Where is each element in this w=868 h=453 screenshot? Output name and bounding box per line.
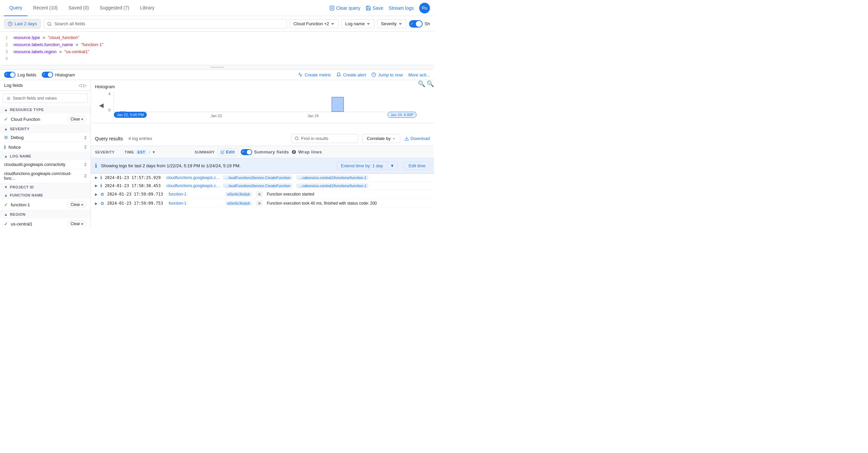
histogram-area: Jan 22, 5:00 PM Jan 23 Jan 24 Jan 24, 6:… [114, 92, 416, 112]
wrap-lines-button[interactable]: ⊖ Wrap lines [291, 149, 322, 155]
section-function-name[interactable]: ▲ FUNCTION NAME [0, 191, 91, 199]
clear-cloud-function-button[interactable]: Clear ✕ [67, 116, 87, 123]
zoom-in-icon[interactable]: 🔍 [418, 80, 425, 88]
info-banner: ℹ Showing logs for last 2 days from 1/22… [91, 158, 434, 174]
query-line-1: 1 resource.type = "cloud_function" [5, 34, 429, 41]
avatar[interactable]: Ru [419, 3, 430, 13]
info-severity-icon: ℹ [100, 175, 102, 180]
histogram-section: Histogram 🔍 🔍 ◀ 4 0 Jan 22, 5:00 PM [91, 80, 434, 123]
field-debug: ⚙ Debug 2 [0, 133, 91, 142]
section-log-name[interactable]: ▲ LOG NAME [0, 152, 91, 160]
info-icon: ℹ [4, 144, 6, 150]
gear-icon: ⚙ [4, 135, 8, 140]
correlate-by-button[interactable]: Correlate by [362, 134, 400, 143]
query-editor[interactable]: 1 resource.type = "cloud_function" 2 res… [0, 32, 434, 65]
top-navigation: Query Recent (10) Saved (0) Suggested (7… [0, 0, 434, 16]
zoom-out-icon[interactable]: 🔍 [427, 80, 434, 88]
save-button[interactable]: Save [366, 5, 383, 11]
time-range-button[interactable]: Last 2 days [4, 19, 41, 29]
histogram-chart: ◀ 4 0 Jan 22, 5:00 PM Jan 23 Jan 24 Jan … [95, 92, 430, 119]
filter-chips: Cloud Function +2 Log name Severity [289, 19, 406, 28]
section-project-id[interactable]: ▼ PROJECT ID [0, 183, 91, 191]
create-metric-button[interactable]: Create metric [298, 72, 331, 77]
start-date-bubble: Jan 22, 5:00 PM [114, 112, 147, 118]
results-header: Query results 4 log entries Find in resu… [91, 131, 434, 146]
log-fields-header: Log fields ◁ ▷ [0, 80, 91, 91]
stream-logs-button[interactable]: Stream logs [389, 5, 414, 11]
create-alert-button[interactable]: Create alert [336, 72, 366, 77]
toolbar-right-actions: Create metric Create alert Jump to now M… [298, 72, 430, 77]
toolbar: ✓ Log fields ✓ Histogram Create metric C… [0, 70, 434, 80]
jump-to-now-button[interactable]: Jump to now [371, 72, 403, 77]
query-line-4: 4 [5, 55, 429, 62]
info-severity-icon: ℹ [100, 183, 102, 188]
svg-line-5 [50, 25, 51, 26]
collapse-icon[interactable]: ◁ [79, 83, 82, 88]
check-icon: ✓ [4, 117, 8, 122]
table-header: SEVERITY TIME EST ↑ ▼ SUMMARY Edit ✓ [91, 146, 434, 158]
search-fields-input[interactable]: Search fields and values [3, 94, 88, 103]
query-line-3: 3 resource.labels.region = "us-central1" [5, 48, 429, 56]
main-content: Log fields ◁ ▷ Search fields and values … [0, 80, 434, 226]
section-resource-type[interactable]: ▲ RESOURCE TYPE [0, 106, 91, 114]
resource-filter-chip[interactable]: Cloud Function +2 [289, 19, 339, 28]
field-cloudaudit: cloudaudit.googleapis.com/activity 2 [0, 160, 91, 169]
logname-filter-chip[interactable]: Log name [341, 19, 374, 28]
histogram-toggle[interactable]: ✓ Histogram [42, 72, 75, 78]
expand-row-icon[interactable]: ▶ [95, 193, 98, 196]
check-icon-region: ✓ [4, 221, 8, 226]
expand-icon[interactable]: ▷ [83, 83, 87, 88]
tab-suggested[interactable]: Suggested (7) [94, 0, 135, 16]
field-us-central1: ✓ us-central1 Clear ✕ [0, 219, 91, 226]
table-row[interactable]: ▶ ℹ 2024-01-23 17:58:38.453 cloudfunctio… [91, 182, 434, 190]
edit-time-button[interactable]: Edit time [404, 162, 430, 170]
check-icon-function: ✓ [4, 202, 8, 207]
section-severity[interactable]: ▲ SEVERITY [0, 125, 91, 133]
table-row[interactable]: ▶ ⚙ 2024-01-23 17:59:09.713 function-1 w… [91, 190, 434, 199]
field-cloud-function: ✓ Cloud Function Clear ✕ [0, 114, 91, 125]
field-function-1: ✓ function-1 Clear ✕ [0, 199, 91, 211]
expand-row-icon[interactable]: ▶ [95, 176, 98, 180]
field-notice: ℹ Notice 2 [0, 142, 91, 152]
svg-point-4 [48, 22, 51, 25]
right-panel: Histogram 🔍 🔍 ◀ 4 0 Jan 22, 5:00 PM [91, 80, 434, 226]
section-region[interactable]: ▲ REGION [0, 211, 91, 219]
expand-row-icon[interactable]: ▶ [95, 202, 98, 205]
svg-point-10 [295, 137, 298, 140]
log-fields-panel: Log fields ◁ ▷ Search fields and values … [0, 80, 91, 226]
tab-library[interactable]: Library [135, 0, 160, 16]
expand-row-icon[interactable]: ▶ [95, 184, 98, 188]
find-in-results-input[interactable]: Find in results [291, 134, 358, 143]
show-toggle[interactable]: ✓ [409, 20, 423, 28]
search-input[interactable]: Search all fields [43, 19, 287, 29]
tab-recent[interactable]: Recent (10) [28, 0, 63, 16]
more-actions-button[interactable]: More acti... [408, 72, 430, 77]
log-fields-toggle[interactable]: ✓ Log fields [4, 72, 36, 78]
table-row[interactable]: ▶ ⚙ 2024-01-23 17:59:09.753 function-1 w… [91, 199, 434, 208]
clear-query-button[interactable]: Clear query [329, 5, 360, 11]
debug-severity-icon: ⚙ [100, 192, 104, 197]
table-row[interactable]: ▶ ℹ 2024-01-23 17:57:25.929 cloudfunctio… [91, 174, 434, 182]
query-resize-handle[interactable] [0, 65, 434, 70]
field-cloudfunctions: cloudfunctions.googleapis.com/cloud-func… [0, 169, 91, 183]
results-table: ▶ ℹ 2024-01-23 17:57:25.929 cloudfunctio… [91, 174, 434, 226]
header-actions: Clear query Save Stream logs Ru [329, 3, 430, 13]
query-line-2: 2 resource.labels.function_name = "funct… [5, 41, 429, 48]
tab-query[interactable]: Query [4, 0, 28, 16]
end-date-bubble: Jan 24, 6:00P [388, 112, 416, 118]
info-icon-banner: ℹ [95, 163, 97, 169]
toggle-show-option[interactable]: ✓ Sh [409, 20, 430, 28]
clear-function-button[interactable]: Clear ✕ [67, 201, 87, 208]
severity-filter-chip[interactable]: Severity [377, 19, 406, 28]
tab-saved[interactable]: Saved (0) [63, 0, 94, 16]
search-row: Last 2 days Search all fields Cloud Func… [0, 16, 434, 32]
debug-severity-icon: ⚙ [100, 201, 104, 206]
extend-time-button[interactable]: Extend time by: 1 day ▼ [337, 162, 398, 170]
edit-summary-button[interactable]: Edit [217, 148, 238, 156]
clear-region-button[interactable]: Clear ✕ [67, 221, 87, 226]
download-button[interactable]: Download [404, 136, 430, 141]
summary-fields-toggle[interactable]: ✓ Summary fields [241, 149, 289, 155]
